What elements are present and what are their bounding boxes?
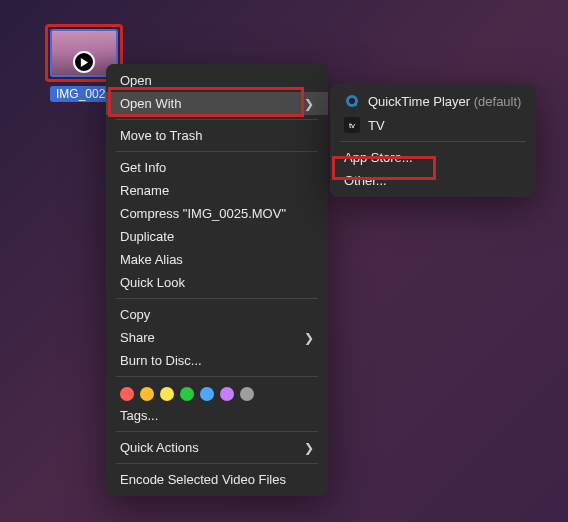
divider (116, 298, 318, 299)
tag-orange[interactable] (140, 387, 154, 401)
divider (340, 141, 526, 142)
menu-open-label: Open (120, 73, 152, 88)
menu-copy-label: Copy (120, 307, 150, 322)
divider (116, 119, 318, 120)
menu-share-label: Share (120, 330, 155, 345)
menu-burn-label: Burn to Disc... (120, 353, 202, 368)
menu-tags[interactable]: Tags... (106, 404, 328, 427)
menu-tags-label: Tags... (120, 408, 158, 423)
menu-burn[interactable]: Burn to Disc... (106, 349, 328, 372)
context-menu: Open Open With ❯ Move to Trash Get Info … (106, 64, 328, 496)
submenu-tv-label: TV (368, 118, 385, 133)
submenu-tv[interactable]: tv TV (330, 113, 536, 137)
chevron-right-icon: ❯ (304, 441, 314, 455)
menu-make-alias[interactable]: Make Alias (106, 248, 328, 271)
menu-quick-actions-label: Quick Actions (120, 440, 199, 455)
tag-green[interactable] (180, 387, 194, 401)
tag-red[interactable] (120, 387, 134, 401)
menu-move-to-trash-label: Move to Trash (120, 128, 202, 143)
menu-duplicate-label: Duplicate (120, 229, 174, 244)
submenu-other-label: Other... (344, 173, 387, 188)
menu-get-info[interactable]: Get Info (106, 156, 328, 179)
menu-quick-look-label: Quick Look (120, 275, 185, 290)
menu-copy[interactable]: Copy (106, 303, 328, 326)
menu-get-info-label: Get Info (120, 160, 166, 175)
submenu-quicktime-label: QuickTime Player (368, 94, 470, 109)
svg-rect-3 (354, 103, 357, 106)
play-icon (73, 51, 95, 73)
divider (116, 151, 318, 152)
menu-open-with[interactable]: Open With ❯ (106, 92, 328, 115)
menu-encode[interactable]: Encode Selected Video Files (106, 468, 328, 491)
menu-move-to-trash[interactable]: Move to Trash (106, 124, 328, 147)
submenu-other[interactable]: Other... (330, 169, 536, 192)
quicktime-icon (344, 93, 360, 109)
menu-encode-label: Encode Selected Video Files (120, 472, 286, 487)
divider (116, 376, 318, 377)
svg-marker-0 (81, 58, 88, 67)
submenu-app-store[interactable]: App Store... (330, 146, 536, 169)
tag-yellow[interactable] (160, 387, 174, 401)
menu-rename-label: Rename (120, 183, 169, 198)
tag-color-row (106, 381, 328, 404)
divider (116, 463, 318, 464)
menu-make-alias-label: Make Alias (120, 252, 183, 267)
submenu-quicktime-default: (default) (474, 94, 522, 109)
tag-gray[interactable] (240, 387, 254, 401)
chevron-right-icon: ❯ (304, 97, 314, 111)
menu-quick-actions[interactable]: Quick Actions ❯ (106, 436, 328, 459)
menu-compress[interactable]: Compress "IMG_0025.MOV" (106, 202, 328, 225)
chevron-right-icon: ❯ (304, 331, 314, 345)
menu-share[interactable]: Share ❯ (106, 326, 328, 349)
open-with-submenu: QuickTime Player (default) tv TV App Sto… (330, 84, 536, 197)
submenu-app-store-label: App Store... (344, 150, 413, 165)
submenu-quicktime[interactable]: QuickTime Player (default) (330, 89, 536, 113)
tv-icon: tv (344, 117, 360, 133)
menu-duplicate[interactable]: Duplicate (106, 225, 328, 248)
divider (116, 431, 318, 432)
tag-purple[interactable] (220, 387, 234, 401)
menu-rename[interactable]: Rename (106, 179, 328, 202)
menu-compress-label: Compress "IMG_0025.MOV" (120, 206, 286, 221)
menu-quick-look[interactable]: Quick Look (106, 271, 328, 294)
menu-open[interactable]: Open (106, 69, 328, 92)
menu-open-with-label: Open With (120, 96, 181, 111)
tag-blue[interactable] (200, 387, 214, 401)
